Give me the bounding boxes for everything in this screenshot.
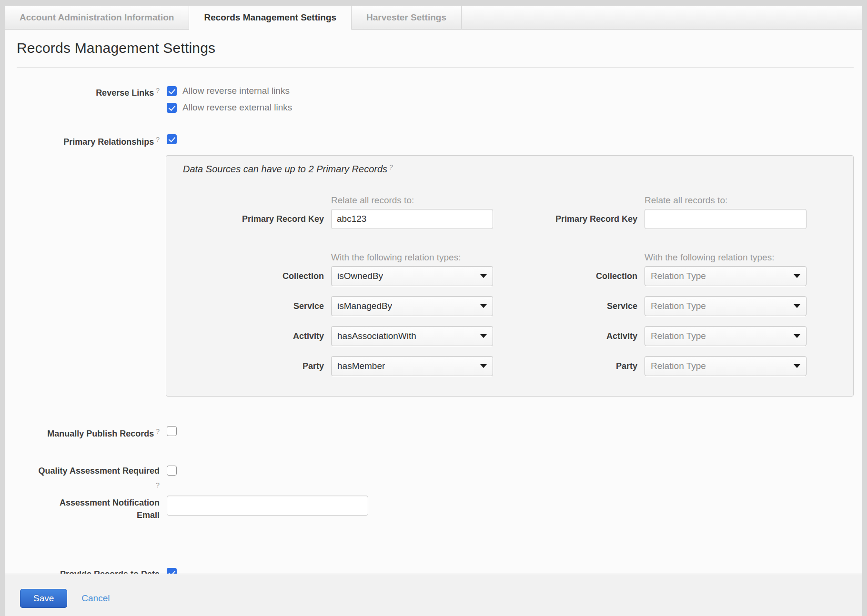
assessment-notification-email-input[interactable]	[167, 496, 368, 516]
party-label: Party	[183, 361, 324, 371]
tab-account-administration-information[interactable]: Account Administration Information	[5, 6, 189, 29]
chevron-down-icon	[480, 304, 487, 308]
allow-reverse-internal-links-checkbox[interactable]	[167, 86, 177, 96]
tab-bar: Account Administration Information Recor…	[5, 6, 862, 30]
primary-record-key-input-2[interactable]	[645, 209, 807, 229]
activity-relation-row: Activity Relation Type	[496, 326, 807, 346]
main-content: Records Management Settings Reverse Link…	[5, 30, 862, 574]
app-window: Account Administration Information Recor…	[0, 0, 867, 616]
chevron-down-icon	[794, 304, 800, 308]
party-relation-select-2[interactable]: Relation Type	[645, 356, 807, 376]
primary-record-key-label: Primary Record Key	[496, 214, 637, 224]
party-label: Party	[496, 361, 637, 371]
allow-reverse-external-links-checkbox[interactable]	[167, 103, 177, 113]
party-relation-row: Party Relation Type	[496, 356, 807, 376]
primary-relationships-label: Primary Relationships?	[5, 134, 160, 148]
page-title: Records Management Settings	[17, 40, 862, 56]
save-button[interactable]: Save	[20, 589, 67, 608]
chevron-down-icon	[794, 364, 800, 368]
quality-assessment-label: Quality Assessment Required ?	[5, 466, 160, 490]
relation-types-header: With the following relation types:	[331, 253, 493, 262]
service-relation-select-2[interactable]: Relation Type	[645, 296, 807, 316]
tab-harvester-settings[interactable]: Harvester Settings	[352, 6, 462, 29]
tab-label: Account Administration Information	[20, 12, 174, 23]
quality-assessment-checkbox[interactable]	[167, 466, 177, 476]
title-divider	[17, 67, 854, 68]
collection-relation-row: Collection Relation Type	[496, 266, 807, 286]
primary-record-key-row: Primary Record Key	[496, 209, 807, 229]
manually-publish-checkbox[interactable]	[167, 426, 177, 436]
help-icon[interactable]: ?	[156, 87, 160, 94]
activity-label: Activity	[496, 331, 637, 341]
collection-relation-select-2[interactable]: Relation Type	[645, 266, 807, 286]
allow-reverse-external-links-option: Allow reverse external links	[167, 102, 292, 113]
quality-assessment-row: Quality Assessment Required ?	[5, 466, 862, 490]
tab-bar-filler	[462, 6, 862, 29]
collection-relation-row: Collection isOwnedBy	[183, 266, 493, 286]
citation-index-label: Provide Records to Data Citation Index	[5, 568, 160, 574]
activity-relation-row: Activity hasAssociationWith	[183, 326, 493, 346]
assessment-email-row: Assessment Notification Email	[5, 497, 862, 521]
tab-records-management-settings[interactable]: Records Management Settings	[189, 6, 352, 30]
activity-relation-select-2[interactable]: Relation Type	[645, 326, 807, 346]
primary-record-key-row: Primary Record Key	[183, 209, 493, 229]
collection-label: Collection	[183, 271, 324, 281]
help-icon[interactable]: ?	[389, 163, 393, 171]
service-label: Service	[183, 301, 324, 311]
activity-relation-select-1[interactable]: hasAssociationWith	[331, 326, 493, 346]
tab-label: Harvester Settings	[366, 12, 446, 23]
relate-all-records-label: Relate all records to:	[331, 196, 493, 205]
panel-columns: Relate all records to: Primary Record Ke…	[166, 196, 853, 376]
citation-index-row: Provide Records to Data Citation Index	[5, 568, 862, 574]
primary-relationships-checkbox[interactable]	[167, 134, 177, 144]
help-icon[interactable]: ?	[156, 427, 160, 435]
help-icon[interactable]: ?	[5, 479, 160, 490]
checkbox-label: Allow reverse external links	[182, 102, 292, 113]
party-relation-select-1[interactable]: hasMember	[331, 356, 493, 376]
primary-records-panel: Data Sources can have up to 2 Primary Re…	[166, 155, 854, 397]
citation-index-checkbox[interactable]	[167, 568, 177, 574]
primary-record-column-1: Relate all records to: Primary Record Ke…	[166, 196, 493, 376]
party-relation-row: Party hasMember	[183, 356, 493, 376]
chevron-down-icon	[480, 334, 487, 338]
cancel-link[interactable]: Cancel	[81, 589, 110, 608]
reverse-links-label: Reverse Links?	[5, 85, 160, 99]
help-icon[interactable]: ?	[156, 136, 160, 143]
reverse-links-options: Allow reverse internal links Allow rever…	[167, 85, 292, 119]
service-relation-select-1[interactable]: isManagedBy	[331, 296, 493, 316]
chevron-down-icon	[480, 274, 487, 278]
service-relation-row: Service Relation Type	[496, 296, 807, 316]
chevron-down-icon	[794, 334, 800, 338]
page-column: Account Administration Information Recor…	[5, 6, 862, 616]
tab-label: Records Management Settings	[204, 12, 336, 23]
checkbox-label: Allow reverse internal links	[182, 86, 290, 96]
relation-types-header: With the following relation types:	[645, 253, 807, 262]
collection-relation-select-1[interactable]: isOwnedBy	[331, 266, 493, 286]
panel-title: Data Sources can have up to 2 Primary Re…	[183, 163, 853, 175]
relate-all-records-label: Relate all records to:	[645, 196, 807, 205]
primary-record-column-2: Relate all records to: Primary Record Ke…	[493, 196, 807, 376]
service-relation-row: Service isManagedBy	[183, 296, 493, 316]
service-label: Service	[496, 301, 637, 311]
primary-record-key-input-1[interactable]	[331, 209, 493, 229]
form-footer: Save Cancel	[5, 574, 862, 616]
primary-record-key-label: Primary Record Key	[183, 214, 324, 224]
collection-label: Collection	[496, 271, 637, 281]
manually-publish-label: Manually Publish Records?	[5, 426, 160, 439]
activity-label: Activity	[183, 331, 324, 341]
reverse-links-row: Reverse Links? Allow reverse internal li…	[5, 85, 862, 119]
chevron-down-icon	[794, 274, 800, 278]
chevron-down-icon	[480, 364, 487, 368]
primary-relationships-row: Primary Relationships?	[5, 134, 862, 148]
allow-reverse-internal-links-option: Allow reverse internal links	[167, 85, 292, 97]
assessment-email-label: Assessment Notification Email	[5, 497, 160, 521]
manually-publish-row: Manually Publish Records?	[5, 426, 862, 439]
